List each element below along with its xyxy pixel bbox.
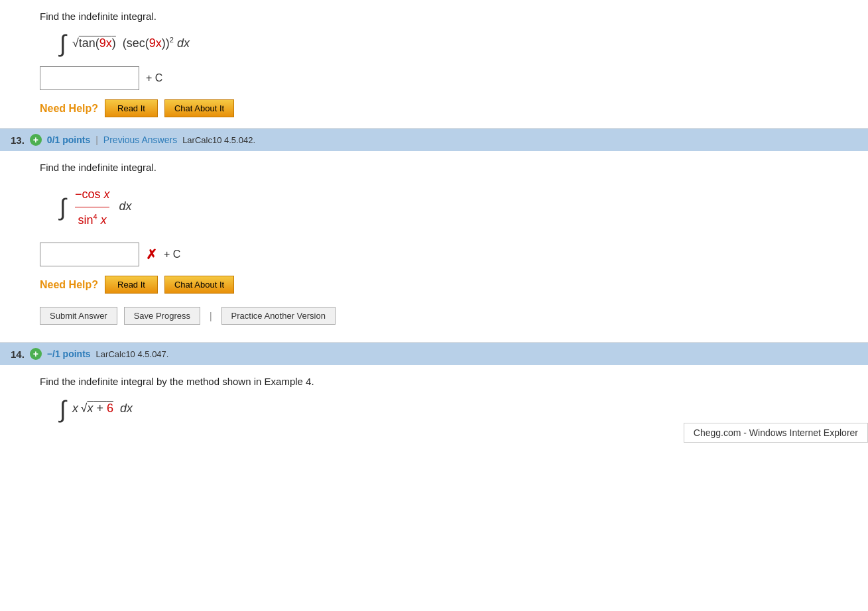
q13-prev-answers[interactable]: Previous Answers bbox=[103, 135, 177, 145]
q13-answer-row: ✗ + C bbox=[40, 243, 828, 266]
q13-separator: | bbox=[95, 135, 98, 145]
q13-math-display: ∫ −cos x sin4 x dx bbox=[60, 182, 828, 232]
q13-plus-c: + C bbox=[164, 249, 180, 260]
q14-plus-icon[interactable]: + bbox=[30, 348, 42, 360]
q13-ref: LarCalc10 4.5.042. bbox=[182, 135, 255, 145]
q13-points: 0/1 points bbox=[47, 135, 90, 145]
q14-ref: LarCalc10 4.5.047. bbox=[96, 349, 169, 359]
top-question-text: Find the indefinite integral. bbox=[40, 11, 828, 22]
q14-points: −/1 points bbox=[47, 349, 91, 359]
question-14-header: 14. + −/1 points LarCalc10 4.5.047. bbox=[0, 343, 868, 365]
top-answer-input[interactable] bbox=[40, 66, 139, 90]
q13-plus-icon[interactable]: + bbox=[30, 134, 42, 146]
q14-expression: x √x + 6 dx bbox=[72, 402, 133, 415]
q13-fraction: −cos x sin4 x bbox=[75, 182, 110, 232]
q14-math-display: ∫ x √x + 6 dx bbox=[60, 396, 828, 421]
q14-number: 14. bbox=[11, 349, 25, 360]
top-math-display: ∫ √tan(9x) (sec(9x))2 dx bbox=[60, 31, 828, 56]
top-need-help-row: Need Help? Read It Chat About It bbox=[40, 99, 828, 117]
q13-need-help-row: Need Help? Read It Chat About It bbox=[40, 276, 828, 294]
question-13-body: Find the indefinite integral. ∫ −cos x s… bbox=[0, 151, 868, 343]
question-14-body: Find the indefinite integral by the meth… bbox=[0, 365, 868, 442]
q13-number: 13. bbox=[11, 135, 25, 146]
top-answer-row: + C bbox=[40, 66, 828, 90]
top-chat-about-button[interactable]: Chat About It bbox=[164, 99, 234, 117]
q14-question-text: Find the indefinite integral by the meth… bbox=[40, 376, 828, 387]
integral-sign: ∫ bbox=[60, 30, 66, 57]
q13-answer-input[interactable] bbox=[40, 243, 139, 266]
q13-action-row: Submit Answer Save Progress | Practice A… bbox=[40, 307, 828, 331]
q13-read-it-button[interactable]: Read It bbox=[105, 276, 158, 294]
q13-save-button[interactable]: Save Progress bbox=[124, 307, 200, 325]
q13-numerator: −cos x bbox=[75, 182, 110, 207]
top-plus-c: + C bbox=[146, 72, 162, 84]
q13-submit-button[interactable]: Submit Answer bbox=[40, 307, 117, 325]
q13-integral-sign: ∫ bbox=[60, 194, 66, 221]
chegg-label: Chegg.com - Windows Internet Explorer bbox=[694, 427, 858, 438]
q13-wrong-icon: ✗ bbox=[146, 247, 157, 262]
math-expression: √tan(9x) (sec(9x))2 dx bbox=[72, 36, 190, 50]
top-need-help-label: Need Help? bbox=[40, 103, 98, 115]
q13-need-help-label: Need Help? bbox=[40, 279, 98, 291]
top-question-body: Find the indefinite integral. ∫ √tan(9x)… bbox=[0, 0, 868, 129]
q13-denominator: sin4 x bbox=[78, 207, 107, 232]
question-13-header: 13. + 0/1 points | Previous Answers LarC… bbox=[0, 129, 868, 151]
q13-chat-about-button[interactable]: Chat About It bbox=[164, 276, 234, 294]
q13-action-separator: | bbox=[210, 311, 212, 321]
q13-question-text: Find the indefinite integral. bbox=[40, 162, 828, 173]
q14-integral-sign: ∫ bbox=[60, 396, 66, 423]
chegg-box: Chegg.com - Windows Internet Explorer bbox=[684, 423, 868, 443]
q13-practice-button[interactable]: Practice Another Version bbox=[221, 307, 336, 325]
top-read-it-button[interactable]: Read It bbox=[105, 99, 158, 117]
